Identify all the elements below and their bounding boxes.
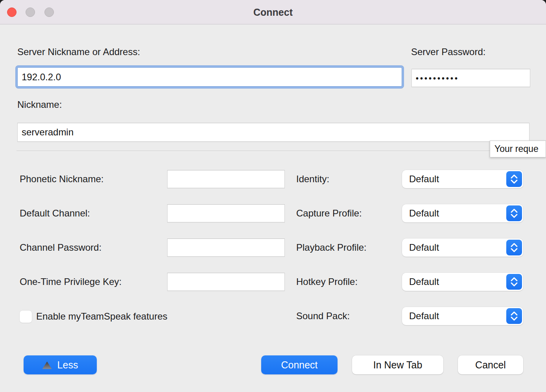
window-title: Connect bbox=[0, 0, 546, 24]
tooltip: Your reque bbox=[490, 141, 546, 157]
hotkey-profile-dropdown[interactable]: Default bbox=[402, 273, 523, 291]
channel-password-input[interactable] bbox=[167, 239, 285, 257]
playback-profile-dropdown[interactable]: Default bbox=[402, 239, 523, 257]
in-new-tab-button[interactable]: In New Tab bbox=[352, 355, 443, 374]
chevron-up-down-icon bbox=[506, 274, 522, 290]
channel-password-label: Channel Password: bbox=[20, 242, 101, 253]
hotkey-profile-label: Hotkey Profile: bbox=[296, 276, 358, 287]
cancel-button[interactable]: Cancel bbox=[458, 355, 523, 374]
chevron-up-down-icon bbox=[506, 308, 522, 324]
identity-label: Identity: bbox=[296, 174, 329, 185]
server-password-input[interactable] bbox=[411, 69, 530, 87]
default-channel-label: Default Channel: bbox=[20, 208, 90, 219]
server-address-input[interactable] bbox=[17, 67, 402, 87]
phonetic-nickname-input[interactable] bbox=[167, 170, 285, 188]
capture-profile-dropdown-value: Default bbox=[409, 204, 439, 222]
privilege-key-input[interactable] bbox=[167, 273, 285, 291]
privilege-key-label: One-Time Privilege Key: bbox=[20, 276, 122, 287]
identity-dropdown[interactable]: Default bbox=[402, 170, 523, 188]
section-separator bbox=[17, 151, 546, 152]
nickname-input[interactable] bbox=[17, 123, 529, 142]
connect-dialog: Connect Server Nickname or Address: Serv… bbox=[0, 0, 546, 392]
connect-button[interactable]: Connect bbox=[261, 355, 338, 374]
chevron-up-down-icon bbox=[506, 240, 522, 255]
hotkey-profile-dropdown-value: Default bbox=[409, 273, 439, 291]
sound-pack-dropdown-value: Default bbox=[409, 307, 439, 325]
capture-profile-label: Capture Profile: bbox=[296, 208, 362, 219]
nickname-label: Nickname: bbox=[17, 99, 62, 110]
phonetic-nickname-label: Phonetic Nickname: bbox=[20, 174, 103, 185]
server-address-label: Server Nickname or Address: bbox=[17, 46, 140, 57]
chevron-up-down-icon bbox=[506, 205, 522, 221]
enable-myteamspeak-label: Enable myTeamSpeak features bbox=[36, 311, 168, 322]
sound-pack-dropdown[interactable]: Default bbox=[402, 307, 523, 325]
server-address-focus-ring bbox=[15, 65, 404, 89]
sound-pack-label: Sound Pack: bbox=[296, 311, 350, 322]
less-button[interactable]: Less bbox=[24, 355, 97, 374]
server-password-label: Server Password: bbox=[411, 46, 485, 57]
default-channel-input[interactable] bbox=[167, 204, 285, 222]
chevron-up-down-icon bbox=[506, 171, 522, 187]
triangle-up-icon bbox=[42, 362, 52, 369]
enable-myteamspeak-checkbox[interactable] bbox=[20, 311, 32, 323]
less-button-label: Less bbox=[57, 355, 78, 374]
capture-profile-dropdown[interactable]: Default bbox=[402, 204, 523, 222]
titlebar: Connect bbox=[0, 0, 546, 24]
identity-dropdown-value: Default bbox=[409, 170, 439, 188]
playback-profile-dropdown-value: Default bbox=[409, 239, 439, 257]
playback-profile-label: Playback Profile: bbox=[296, 242, 367, 253]
